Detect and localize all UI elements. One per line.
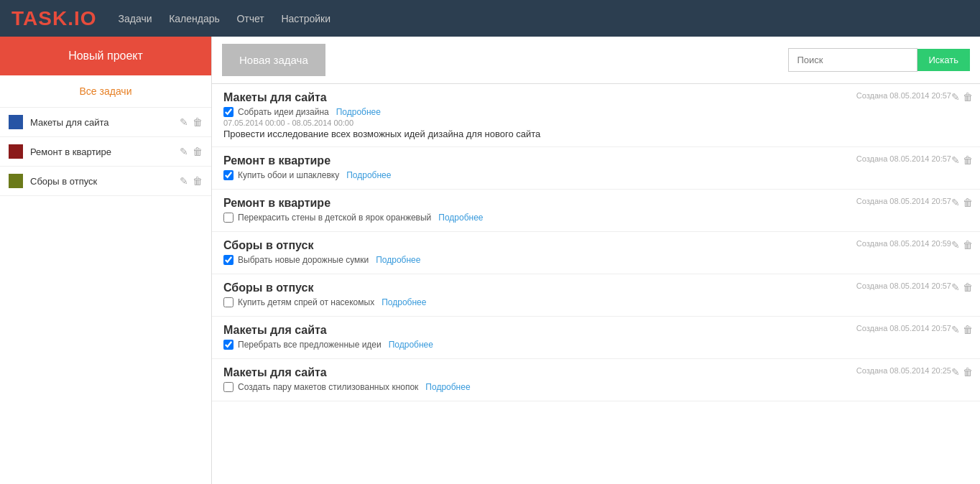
- task-subtask-text: Перебрать все предложенные идеи: [238, 340, 382, 350]
- project-name: Ремонт в квартире: [30, 146, 180, 157]
- search-button[interactable]: Искать: [917, 49, 971, 71]
- task-entry: Макеты для сайта Собрать идеи дизайна По…: [212, 84, 980, 147]
- task-description: Провести исследование всех возможных иде…: [223, 129, 969, 139]
- task-action-buttons: ✎ 🗑: [951, 324, 973, 335]
- new-task-button[interactable]: Новая задача: [222, 44, 325, 76]
- task-created: Создана 08.05.2014 20:25: [856, 366, 951, 375]
- sidebar-project-item[interactable]: Макеты для сайта ✎ 🗑: [0, 108, 211, 137]
- search-input[interactable]: [788, 48, 917, 72]
- new-project-button[interactable]: Новый проект: [0, 37, 211, 75]
- toolbar: Новая задача Искать: [212, 37, 980, 84]
- task-edit-icon[interactable]: ✎: [951, 366, 960, 378]
- task-checkbox[interactable]: [223, 340, 234, 350]
- task-entry: Ремонт в квартире Купить обои и шпаклевк…: [212, 147, 980, 190]
- edit-icon[interactable]: ✎: [180, 116, 188, 128]
- task-entry: Сборы в отпуск Выбрать новые дорожные су…: [212, 232, 980, 274]
- task-delete-icon[interactable]: 🗑: [963, 366, 973, 378]
- task-more-link[interactable]: Подробнее: [382, 297, 426, 307]
- edit-icon[interactable]: ✎: [180, 146, 188, 157]
- app-logo: TASK.IO: [11, 7, 97, 30]
- nav-settings[interactable]: Настройки: [281, 13, 330, 24]
- task-subtask-row: Выбрать новые дорожные сумки Подробнее: [223, 255, 969, 265]
- project-color-swatch: [9, 174, 23, 188]
- task-edit-icon[interactable]: ✎: [951, 324, 960, 335]
- project-actions: ✎ 🗑: [180, 146, 203, 157]
- search-container: Искать: [788, 48, 971, 72]
- all-tasks-link[interactable]: Все задачи: [0, 75, 211, 108]
- task-action-buttons: ✎ 🗑: [951, 154, 973, 166]
- task-edit-icon[interactable]: ✎: [951, 239, 960, 251]
- task-subtask-row: Собрать идеи дизайна Подробнее: [223, 107, 969, 117]
- nav-report[interactable]: Отчет: [236, 13, 264, 24]
- task-checkbox[interactable]: [223, 255, 234, 265]
- task-checkbox[interactable]: [223, 170, 234, 180]
- sidebar-project-item[interactable]: Сборы в отпуск ✎ 🗑: [0, 167, 211, 196]
- main-nav: Задачи Календарь Отчет Настройки: [119, 13, 346, 24]
- project-list: Макеты для сайта ✎ 🗑 Ремонт в квартире ✎…: [0, 108, 211, 196]
- task-subtask-text: Купить детям спрей от насекомых: [238, 297, 374, 307]
- task-checkbox[interactable]: [223, 107, 234, 117]
- task-list: Макеты для сайта Собрать идеи дизайна По…: [212, 84, 980, 401]
- edit-icon[interactable]: ✎: [180, 175, 188, 187]
- task-date-range: 07.05.2014 00:00 - 08.05.2014 00:00: [223, 118, 969, 127]
- task-checkbox[interactable]: [223, 382, 234, 392]
- task-delete-icon[interactable]: 🗑: [963, 324, 973, 335]
- project-actions: ✎ 🗑: [180, 116, 203, 128]
- task-delete-icon[interactable]: 🗑: [963, 197, 973, 208]
- task-subtask-row: Купить детям спрей от насекомых Подробне…: [223, 297, 969, 307]
- task-subtask-row: Перебрать все предложенные идеи Подробне…: [223, 340, 969, 350]
- task-edit-icon[interactable]: ✎: [951, 281, 960, 293]
- delete-icon[interactable]: 🗑: [193, 116, 203, 128]
- task-created: Создана 08.05.2014 20:57: [856, 324, 951, 332]
- task-more-link[interactable]: Подробнее: [389, 340, 433, 350]
- delete-icon[interactable]: 🗑: [193, 146, 203, 157]
- task-subtask-row: Перекрасить стены в детской в ярок оранж…: [223, 213, 969, 223]
- task-created: Создана 08.05.2014 20:57: [856, 281, 951, 290]
- task-subtask-text: Создать пару макетов стилизованных кнопо…: [238, 382, 418, 392]
- project-color-swatch: [9, 115, 23, 129]
- task-delete-icon[interactable]: 🗑: [963, 239, 973, 251]
- task-entry: Макеты для сайта Перебрать все предложен…: [212, 317, 980, 359]
- task-subtask-row: Купить обои и шпаклевку Подробнее: [223, 170, 969, 180]
- sidebar-project-item[interactable]: Ремонт в квартире ✎ 🗑: [0, 137, 211, 167]
- task-subtask-row: Создать пару макетов стилизованных кнопо…: [223, 382, 969, 392]
- task-checkbox[interactable]: [223, 213, 234, 223]
- task-checkbox[interactable]: [223, 297, 234, 307]
- logo-io: .IO: [68, 7, 96, 29]
- project-name: Макеты для сайта: [30, 117, 180, 128]
- task-edit-icon[interactable]: ✎: [951, 91, 960, 103]
- content-area: Новая задача Искать Макеты для сайта Соб…: [212, 37, 980, 484]
- task-more-link[interactable]: Подробнее: [376, 255, 420, 265]
- nav-tasks[interactable]: Задачи: [119, 13, 152, 24]
- task-more-link[interactable]: Подробнее: [438, 213, 483, 223]
- project-actions: ✎ 🗑: [180, 175, 203, 187]
- task-delete-icon[interactable]: 🗑: [963, 154, 973, 166]
- task-action-buttons: ✎ 🗑: [951, 281, 973, 293]
- task-more-link[interactable]: Подробнее: [346, 170, 391, 180]
- task-delete-icon[interactable]: 🗑: [963, 281, 973, 293]
- task-delete-icon[interactable]: 🗑: [963, 91, 973, 103]
- task-more-link[interactable]: Подробнее: [425, 382, 470, 392]
- task-action-buttons: ✎ 🗑: [951, 197, 973, 208]
- task-created: Создана 08.05.2014 20:57: [856, 154, 951, 163]
- task-action-buttons: ✎ 🗑: [951, 239, 973, 251]
- task-subtask-text: Собрать идеи дизайна: [238, 107, 329, 117]
- main-container: Новый проект Все задачи Макеты для сайта…: [0, 37, 980, 484]
- task-action-buttons: ✎ 🗑: [951, 91, 973, 103]
- delete-icon[interactable]: 🗑: [193, 175, 203, 187]
- task-subtask-text: Перекрасить стены в детской в ярок оранж…: [238, 213, 431, 223]
- task-edit-icon[interactable]: ✎: [951, 154, 960, 166]
- nav-calendar[interactable]: Календарь: [169, 13, 220, 24]
- task-subtask-text: Выбрать новые дорожные сумки: [238, 255, 369, 265]
- project-name: Сборы в отпуск: [30, 176, 180, 187]
- header: TASK.IO Задачи Календарь Отчет Настройки: [0, 0, 980, 37]
- task-entry: Сборы в отпуск Купить детям спрей от нас…: [212, 274, 980, 317]
- task-edit-icon[interactable]: ✎: [951, 197, 960, 208]
- task-entry: Макеты для сайта Создать пару макетов ст…: [212, 359, 980, 401]
- task-created: Создана 08.05.2014 20:59: [856, 239, 951, 248]
- logo-task: TASK: [11, 7, 68, 29]
- task-entry: Ремонт в квартире Перекрасить стены в де…: [212, 190, 980, 232]
- task-action-buttons: ✎ 🗑: [951, 366, 973, 378]
- sidebar: Новый проект Все задачи Макеты для сайта…: [0, 37, 212, 484]
- task-more-link[interactable]: Подробнее: [336, 107, 381, 117]
